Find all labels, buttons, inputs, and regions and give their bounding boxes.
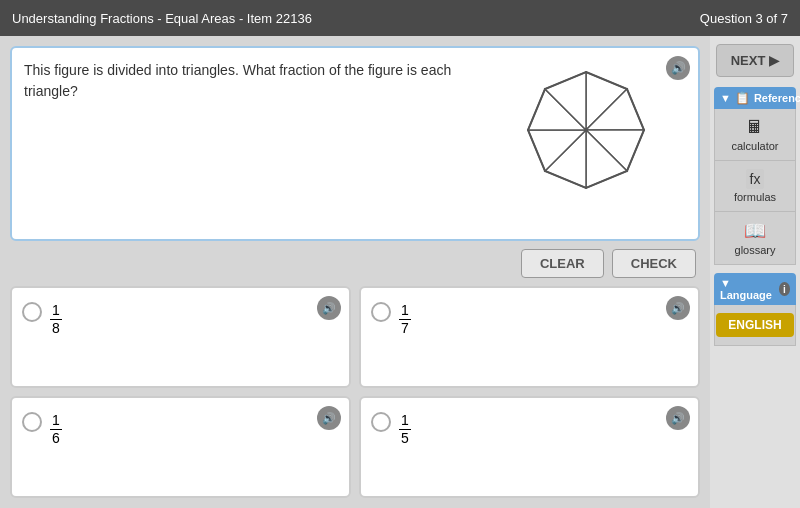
fraction-d-numerator: 1 bbox=[399, 412, 411, 430]
fraction-a: 1 8 bbox=[50, 302, 62, 337]
fraction-c-numerator: 1 bbox=[50, 412, 62, 430]
next-arrow-icon: ▶ bbox=[769, 53, 779, 68]
answer-d-sound-button[interactable]: 🔊 bbox=[666, 406, 690, 430]
reference-tools: 🖩 calculator fx formulas 📖 glossary bbox=[714, 109, 796, 265]
sound-icon-d: 🔊 bbox=[671, 412, 685, 425]
sidebar: NEXT ▶ ▼ 📋 Reference 🖩 calculator fx for… bbox=[710, 36, 800, 508]
answer-grid: 1 8 🔊 1 7 🔊 bbox=[10, 286, 700, 498]
glossary-label: glossary bbox=[735, 244, 776, 256]
clear-button[interactable]: CLEAR bbox=[521, 249, 604, 278]
reference-text: Reference bbox=[754, 92, 800, 104]
header: Understanding Fractions - Equal Areas - … bbox=[0, 0, 800, 36]
reference-section-header[interactable]: ▼ 📋 Reference bbox=[714, 87, 796, 109]
calculator-tool[interactable]: 🖩 calculator bbox=[715, 109, 795, 161]
octagon-figure bbox=[516, 60, 656, 200]
question-image-area bbox=[486, 60, 686, 200]
main-layout: This figure is divided into triangles. W… bbox=[0, 36, 800, 508]
radio-a[interactable] bbox=[22, 302, 42, 322]
language-content: ENGLISH bbox=[714, 305, 796, 346]
reference-icon: 📋 bbox=[735, 91, 750, 105]
sound-icon-b: 🔊 bbox=[671, 302, 685, 315]
sound-icon-a: 🔊 bbox=[322, 302, 336, 315]
fraction-b-numerator: 1 bbox=[399, 302, 411, 320]
glossary-icon: 📖 bbox=[744, 220, 766, 242]
fraction-b-denominator: 7 bbox=[399, 320, 411, 337]
question-sound-button[interactable]: 🔊 bbox=[666, 56, 690, 80]
fraction-c: 1 6 bbox=[50, 412, 62, 447]
language-label: ▼ Language bbox=[720, 277, 773, 301]
question-text-area: This figure is divided into triangles. W… bbox=[24, 60, 476, 102]
answer-b-sound-button[interactable]: 🔊 bbox=[666, 296, 690, 320]
content-area: This figure is divided into triangles. W… bbox=[0, 36, 710, 508]
answer-a-sound-button[interactable]: 🔊 bbox=[317, 296, 341, 320]
fraction-a-denominator: 8 bbox=[50, 320, 62, 337]
radio-d[interactable] bbox=[371, 412, 391, 432]
fraction-d: 1 5 bbox=[399, 412, 411, 447]
answer-c-sound-button[interactable]: 🔊 bbox=[317, 406, 341, 430]
action-buttons-row: CLEAR CHECK bbox=[10, 249, 700, 278]
sound-icon: 🔊 bbox=[671, 61, 686, 75]
english-button[interactable]: ENGLISH bbox=[716, 313, 793, 337]
calculator-label: calculator bbox=[731, 140, 778, 152]
language-info-icon: i bbox=[779, 282, 790, 296]
answer-option-a: 1 8 🔊 bbox=[10, 286, 351, 388]
fraction-b: 1 7 bbox=[399, 302, 411, 337]
question-box: This figure is divided into triangles. W… bbox=[10, 46, 700, 241]
sound-icon-c: 🔊 bbox=[322, 412, 336, 425]
fraction-d-denominator: 5 bbox=[399, 430, 411, 447]
formulas-label: formulas bbox=[734, 191, 776, 203]
fraction-a-numerator: 1 bbox=[50, 302, 62, 320]
question-text: This figure is divided into triangles. W… bbox=[24, 60, 476, 102]
radio-b[interactable] bbox=[371, 302, 391, 322]
answer-option-d: 1 5 🔊 bbox=[359, 396, 700, 498]
calculator-icon: 🖩 bbox=[746, 117, 764, 138]
answer-option-b: 1 7 🔊 bbox=[359, 286, 700, 388]
header-title: Understanding Fractions - Equal Areas - … bbox=[12, 11, 312, 26]
radio-c[interactable] bbox=[22, 412, 42, 432]
check-button[interactable]: CHECK bbox=[612, 249, 696, 278]
fraction-c-denominator: 6 bbox=[50, 430, 62, 447]
formulas-tool[interactable]: fx formulas bbox=[715, 161, 795, 212]
answer-option-c: 1 6 🔊 bbox=[10, 396, 351, 498]
reference-label: ▼ bbox=[720, 92, 731, 104]
next-label: NEXT bbox=[731, 53, 766, 68]
formulas-icon: fx bbox=[746, 169, 765, 189]
next-button[interactable]: NEXT ▶ bbox=[716, 44, 794, 77]
question-progress: Question 3 of 7 bbox=[700, 11, 788, 26]
glossary-tool[interactable]: 📖 glossary bbox=[715, 212, 795, 264]
language-section-header[interactable]: ▼ Language i bbox=[714, 273, 796, 305]
